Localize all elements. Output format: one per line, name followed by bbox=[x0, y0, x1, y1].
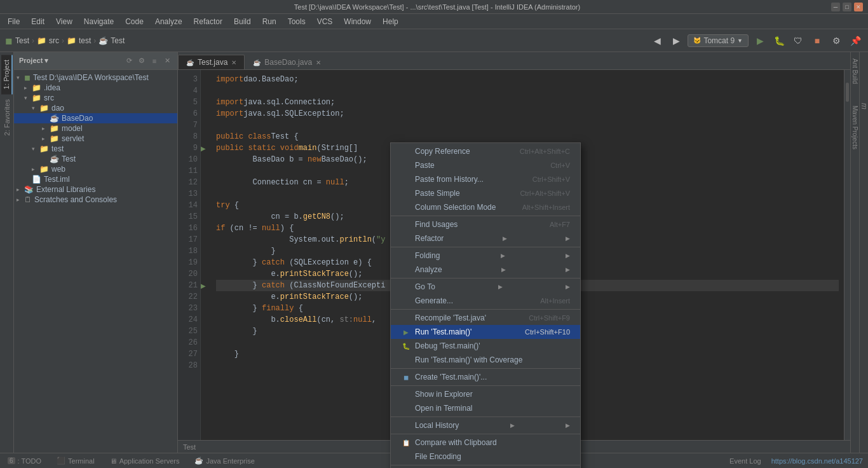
tab-testjava[interactable]: ☕ Test.java ✕ bbox=[178, 55, 245, 69]
tree-item-idea[interactable]: ▸ 📁 .idea bbox=[14, 83, 177, 93]
pin-button[interactable]: 📌 bbox=[848, 33, 863, 48]
tree-item-basedao[interactable]: ☕ BaseDao bbox=[14, 113, 177, 123]
menu-window[interactable]: Window bbox=[339, 16, 376, 27]
ctx-debug-main[interactable]: 🐛Debug 'Test.main()' bbox=[391, 339, 580, 353]
ctx-paste-simple-left: Paste Simple bbox=[401, 189, 460, 198]
ctx-file-encoding-left: File Encoding bbox=[401, 452, 461, 461]
tree-item-ext-libs[interactable]: ▸ 📚 External Libraries bbox=[14, 184, 177, 195]
menu-view[interactable]: View bbox=[51, 16, 78, 27]
breadcrumb-test[interactable]: Test bbox=[15, 36, 29, 45]
ctx-analyze[interactable]: Analyze ▶ bbox=[391, 263, 580, 277]
more-button[interactable]: ⚙ bbox=[829, 33, 844, 48]
ctx-run-main[interactable]: ▶Run 'Test.main()' Ctrl+Shift+F10 bbox=[391, 325, 580, 339]
bottom-tab-todo[interactable]: 6 : TODO bbox=[5, 456, 44, 466]
coverage-button[interactable]: 🛡 bbox=[790, 33, 806, 48]
stop-button[interactable]: ■ bbox=[810, 33, 825, 48]
tree-label-project: Test D:\java\IDEA Workspace\Test bbox=[33, 73, 149, 82]
right-tab-ant[interactable]: Ant Build bbox=[850, 55, 860, 88]
back-button[interactable]: ◀ bbox=[649, 33, 665, 48]
ctx-refactor[interactable]: Refactor ▶ bbox=[391, 231, 580, 245]
breadcrumb-test2[interactable]: test bbox=[79, 36, 91, 45]
ctx-create-main[interactable]: ◼Create 'Test.main()'... bbox=[391, 370, 580, 384]
tomcat-selector[interactable]: 🐱 Tomcat 9 ▼ bbox=[688, 34, 749, 47]
event-log-link[interactable]: Event Log bbox=[729, 457, 761, 465]
ctx-compare-clipboard[interactable]: 📋Compare with Clipboard bbox=[391, 436, 580, 450]
menu-vcs[interactable]: VCS bbox=[312, 16, 338, 27]
ctx-find-usages[interactable]: Find Usages Alt+F7 bbox=[391, 217, 580, 231]
ctx-file-encoding[interactable]: File Encoding bbox=[391, 450, 580, 464]
tree-label-idea: .idea bbox=[44, 83, 60, 92]
bottom-tab-app-servers[interactable]: 🖥 Application Servers bbox=[107, 456, 182, 466]
menu-edit[interactable]: Edit bbox=[26, 16, 50, 27]
chevron-right-icon-history: ▶ bbox=[510, 422, 515, 429]
todo-number: 6 bbox=[8, 457, 15, 464]
ctx-copy-reference[interactable]: Copy Reference Ctrl+Alt+Shift+C bbox=[391, 144, 580, 158]
test-java-icon: ☕ bbox=[50, 155, 59, 163]
code-line-6: import java.sql.SQLException; bbox=[216, 108, 839, 120]
ctx-show-explorer[interactable]: Show in Explorer bbox=[391, 387, 580, 401]
debug-main-icon: 🐛 bbox=[401, 343, 411, 350]
folder-icon-2: 📁 bbox=[67, 36, 76, 45]
tabs-bar: ☕ Test.java ✕ ☕ BaseDao.java ✕ bbox=[178, 52, 850, 70]
tree-item-iml[interactable]: 📄 Test.iml bbox=[14, 174, 177, 184]
menu-code[interactable]: Code bbox=[120, 16, 149, 27]
ctx-goto[interactable]: Go To ▶ bbox=[391, 280, 580, 294]
tree-item-project[interactable]: ▾ ◼ Test D:\java\IDEA Workspace\Test bbox=[14, 72, 177, 83]
left-tab-favorites[interactable]: 2: Favorites bbox=[2, 94, 12, 141]
ctx-paste-left: Paste bbox=[401, 161, 435, 170]
tab-close-test[interactable]: ✕ bbox=[231, 59, 236, 66]
breadcrumb-sep1: › bbox=[32, 36, 34, 45]
ctx-run-coverage[interactable]: Run 'Test.main()' with Coverage bbox=[391, 353, 580, 367]
menu-run[interactable]: Run bbox=[257, 16, 281, 27]
tab-basedao[interactable]: ☕ BaseDao.java ✕ bbox=[245, 55, 329, 69]
tree-item-test[interactable]: ▾ 📁 test bbox=[14, 144, 177, 154]
ctx-sep-3 bbox=[391, 278, 580, 279]
menu-file[interactable]: File bbox=[3, 16, 25, 27]
minimize-button[interactable]: ─ bbox=[831, 3, 840, 11]
run-button[interactable]: ▶ bbox=[752, 33, 768, 48]
ctx-folding[interactable]: Folding ▶ bbox=[391, 249, 580, 263]
menu-navigate[interactable]: Navigate bbox=[79, 16, 119, 27]
menu-help[interactable]: Help bbox=[377, 16, 403, 27]
ctx-column-selection[interactable]: Column Selection Mode Alt+Shift+Insert bbox=[391, 200, 580, 214]
ctx-folding-left: Folding bbox=[401, 251, 440, 260]
tree-item-test-java[interactable]: ☕ Test bbox=[14, 154, 177, 164]
tree-item-servlet[interactable]: ▸ 📁 servlet bbox=[14, 134, 177, 144]
ctx-paste-history[interactable]: Paste from History... Ctrl+Shift+V bbox=[391, 172, 580, 186]
menu-tools[interactable]: Tools bbox=[283, 16, 311, 27]
debug-button[interactable]: 🐛 bbox=[771, 33, 787, 48]
tree-item-dao[interactable]: ▾ 📁 dao bbox=[14, 103, 177, 113]
app-servers-icon: 🖥 bbox=[110, 457, 117, 465]
ctx-paste[interactable]: Paste Ctrl+V bbox=[391, 158, 580, 172]
ctx-generate-shortcut: Alt+Insert bbox=[540, 297, 570, 305]
java-enterprise-icon: ☕ bbox=[194, 457, 203, 465]
tab-close-basedao[interactable]: ✕ bbox=[316, 59, 321, 66]
sidebar-gear-icon[interactable]: ≡ bbox=[149, 56, 159, 66]
tree-item-web[interactable]: ▸ 📁 web bbox=[14, 164, 177, 174]
restore-button[interactable]: □ bbox=[843, 3, 851, 11]
sidebar-sync-icon[interactable]: ⟳ bbox=[124, 56, 134, 66]
menu-build[interactable]: Build bbox=[229, 16, 256, 27]
right-tab-maven[interactable]: Maven Projects bbox=[850, 102, 860, 153]
tree-item-scratches[interactable]: ▸ 🗒 Scratches and Consoles bbox=[14, 195, 177, 205]
sidebar-close-icon[interactable]: ✕ bbox=[162, 56, 172, 66]
left-tab-project[interactable]: 1: Project bbox=[1, 55, 13, 94]
forward-button[interactable]: ▶ bbox=[668, 33, 684, 48]
menu-analyze[interactable]: Analyze bbox=[150, 16, 187, 27]
sidebar-settings-icon[interactable]: ⚙ bbox=[137, 56, 147, 66]
bottom-tab-java-enterprise[interactable]: ☕ Java Enterprise bbox=[192, 455, 257, 466]
tree-item-src[interactable]: ▾ 📁 src bbox=[14, 93, 177, 103]
tree-item-model[interactable]: ▸ 📁 model bbox=[14, 123, 177, 134]
close-button[interactable]: ✕ bbox=[854, 3, 863, 11]
vertical-scrollbar[interactable] bbox=[844, 70, 850, 440]
breadcrumb-testjava[interactable]: Test bbox=[111, 36, 125, 45]
menu-refactor[interactable]: Refactor bbox=[189, 16, 227, 27]
bottom-tab-terminal[interactable]: ⬛ Terminal bbox=[54, 455, 97, 466]
ctx-recompile[interactable]: Recompile 'Test.java' Ctrl+Shift+F9 bbox=[391, 311, 580, 325]
breadcrumb-src[interactable]: src bbox=[49, 36, 59, 45]
ctx-refactor-left: Refactor bbox=[401, 234, 444, 243]
ctx-local-history[interactable]: Local History ▶ bbox=[391, 418, 580, 432]
ctx-paste-simple[interactable]: Paste Simple Ctrl+Alt+Shift+V bbox=[391, 186, 580, 200]
ctx-generate[interactable]: Generate... Alt+Insert bbox=[391, 294, 580, 308]
ctx-open-terminal[interactable]: Open in Terminal bbox=[391, 401, 580, 415]
